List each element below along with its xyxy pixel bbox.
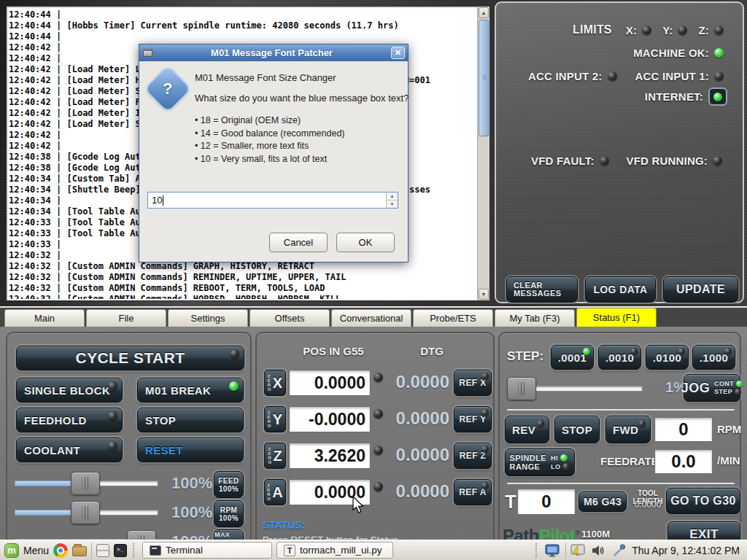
slider-handle[interactable] xyxy=(507,377,536,400)
feed-override-slider[interactable] xyxy=(15,472,158,495)
spindle-rev-button[interactable]: REV xyxy=(505,416,549,443)
number-spinner[interactable]: ▲ ▼ xyxy=(386,192,398,208)
ok-button[interactable]: OK xyxy=(336,233,395,252)
volume-icon[interactable] xyxy=(591,543,607,558)
z-dro-field[interactable]: 3.2620 xyxy=(289,443,371,469)
spindle-range-button[interactable]: SPINDLE RANGE HI LO xyxy=(505,448,575,476)
m6-g43-label: M6 G43 xyxy=(584,496,622,508)
tool-icon[interactable] xyxy=(611,543,627,558)
step-0001-button[interactable]: .0001 xyxy=(551,345,594,370)
reset-button[interactable]: RESET xyxy=(137,438,244,462)
zero-y-vert-label: ZERO xyxy=(268,411,272,428)
font-size-value: 10 xyxy=(152,195,162,206)
step-1000-button[interactable]: .1000 xyxy=(692,345,735,370)
scroll-down-icon[interactable]: ▼ xyxy=(479,289,489,300)
spindle-rpm-field[interactable]: 0 xyxy=(654,417,713,442)
mint-menu-icon[interactable]: m xyxy=(4,543,19,558)
zero-x-button[interactable]: ZERO X xyxy=(264,370,286,396)
option-14: • 14 = Good balance (recommended) xyxy=(195,128,345,141)
feedhold-button[interactable]: FEEDHOLD xyxy=(16,408,123,432)
spindle-stop-label: STOP xyxy=(562,424,592,436)
m01-break-button[interactable]: M01 BREAK xyxy=(137,378,244,402)
y-dro-field[interactable]: -0.0000 xyxy=(289,406,371,432)
feed-100-line1: FEED xyxy=(218,477,239,485)
vfd-fault-label: VFD FAULT: xyxy=(531,155,595,167)
dro-row-z: ZERO Z 3.2620 0.0000 REF Z xyxy=(257,443,493,472)
tab-my-tab-f3[interactable]: My Tab (F3) xyxy=(495,309,575,327)
slider-handle[interactable] xyxy=(71,472,100,495)
feed-override-value: 100% xyxy=(171,474,212,493)
folder-icon[interactable] xyxy=(72,546,87,556)
rpm-100-button[interactable]: RPM 100% xyxy=(214,500,244,527)
jog-mode-options: CONT STEP xyxy=(714,381,743,395)
go-to-g30-button[interactable]: GO TO G30 xyxy=(666,488,740,514)
cancel-button[interactable]: Cancel xyxy=(269,233,328,252)
step-0010-button[interactable]: .0010 xyxy=(598,345,641,370)
close-icon[interactable]: ✕ xyxy=(391,47,405,59)
rpm-override-slider[interactable] xyxy=(15,501,158,524)
tab-main[interactable]: Main xyxy=(4,309,85,327)
jog-cont-led xyxy=(736,381,743,387)
jog-mode-button[interactable]: JOG CONT STEP xyxy=(684,374,740,402)
update-button[interactable]: UPDATE xyxy=(663,276,738,303)
tool-number-field[interactable]: 0 xyxy=(517,489,576,515)
pathpilot-app: 12:40:44 |12:40:44 | [Hobbs Timer] Curre… xyxy=(0,0,747,560)
file-cabinet-icon[interactable] xyxy=(96,544,109,557)
feedhold-led xyxy=(108,411,117,421)
terminal-task-icon xyxy=(150,545,161,556)
cycle-start-button[interactable]: CYCLE START xyxy=(16,346,244,370)
display-warning-icon[interactable] xyxy=(570,543,587,558)
control-area: CYCLE START SINGLE BLOCK M01 BREAK FEEDH… xyxy=(0,327,747,560)
task-terminal-label: Terminal xyxy=(166,545,203,556)
slider-handle[interactable] xyxy=(71,501,100,524)
coolant-button[interactable]: COOLANT xyxy=(16,438,123,462)
dialog-heading: M01 Message Font Size Changer xyxy=(195,72,336,83)
step-1000-led xyxy=(724,348,732,355)
ref-z-button[interactable]: REF Z xyxy=(454,443,492,469)
m6-g43-button[interactable]: M6 G43 xyxy=(578,491,627,512)
m01-break-led xyxy=(229,381,239,391)
tormach-task-icon: T xyxy=(284,545,295,556)
spin-up-icon[interactable]: ▲ xyxy=(387,192,398,200)
tool-label: T xyxy=(505,491,516,513)
task-terminal[interactable]: Terminal xyxy=(142,542,272,559)
clear-messages-button[interactable]: CLEAR MESSAGES xyxy=(506,276,578,303)
stop-button[interactable]: STOP xyxy=(137,408,244,432)
scroll-up-icon[interactable]: ▲ xyxy=(479,7,489,18)
x-dro-field[interactable]: 0.0000 xyxy=(289,370,371,396)
feedrate-field[interactable]: 0.0 xyxy=(654,449,713,474)
log-data-button[interactable]: LOG DATA xyxy=(585,276,656,303)
zero-a-button[interactable]: ZERO A xyxy=(264,479,286,505)
zero-y-button[interactable]: ZERO Y xyxy=(264,406,286,432)
task-tormach-mill-ui[interactable]: T tormach_mill_ui.py xyxy=(276,542,393,559)
feedhold-label: FEEDHOLD xyxy=(24,414,87,427)
tab-conversational[interactable]: Conversational xyxy=(331,309,411,327)
tab-offsets[interactable]: Offsets xyxy=(249,309,330,327)
spindle-range-labels: SPINDLE RANGE xyxy=(510,454,546,471)
menu-label[interactable]: Menu xyxy=(23,545,49,556)
terminal-launcher-icon[interactable] xyxy=(114,544,127,557)
zero-z-button[interactable]: ZERO Z xyxy=(264,443,286,469)
display-settings-icon[interactable] xyxy=(545,543,561,558)
tab-file[interactable]: File xyxy=(86,309,166,327)
step-0100-button[interactable]: .0100 xyxy=(646,345,689,370)
spindle-fwd-button[interactable]: FWD xyxy=(605,416,651,443)
spin-down-icon[interactable]: ▼ xyxy=(387,200,398,208)
mouse-cursor xyxy=(352,496,365,515)
ref-y-button[interactable]: REF Y xyxy=(454,406,492,432)
single-block-button[interactable]: SINGLE BLOCK xyxy=(16,378,123,402)
ref-x-button[interactable]: REF X xyxy=(454,370,492,396)
spindle-stop-button[interactable]: STOP xyxy=(554,416,600,443)
chrome-icon[interactable] xyxy=(53,543,68,558)
font-size-input[interactable]: 10 ▲ ▼ xyxy=(147,192,398,209)
jog-speed-slider[interactable] xyxy=(507,377,643,400)
tab-probe-ets[interactable]: Probe/ETS xyxy=(413,309,493,327)
ref-a-button[interactable]: REF A xyxy=(454,479,492,505)
feed-100-button[interactable]: FEED 100% xyxy=(214,471,244,498)
question-icon: ? xyxy=(145,66,190,112)
log-scrollbar[interactable]: ▲ ▼ xyxy=(477,7,489,300)
dialog-titlebar[interactable]: M01 Message Font Patcher ✕ xyxy=(139,44,408,61)
tab-status-f1[interactable]: Status (F1) xyxy=(576,308,657,327)
scrollbar-thumb[interactable] xyxy=(479,20,489,136)
tab-settings[interactable]: Settings xyxy=(168,309,248,327)
